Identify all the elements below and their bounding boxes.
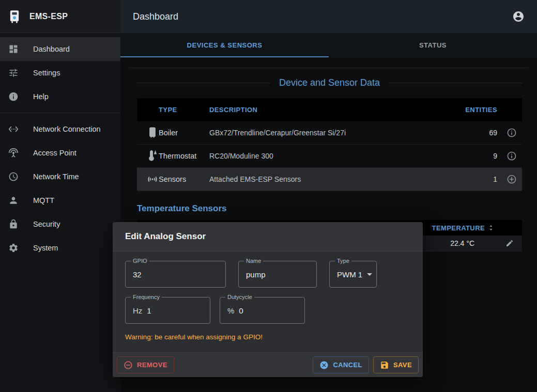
- gear-icon: [8, 243, 19, 253]
- thermostat-icon: [137, 150, 159, 162]
- remove-button[interactable]: REMOVE: [117, 356, 174, 373]
- save-floppy-icon: [380, 360, 389, 370]
- info-circle-icon[interactable]: [499, 151, 522, 161]
- sidebar-item-dashboard[interactable]: Dashboard: [0, 37, 120, 61]
- boiler-icon: [137, 127, 159, 139]
- tune-icon: [8, 68, 19, 78]
- antenna-icon: [8, 148, 19, 158]
- ethernet-icon: [8, 124, 19, 134]
- account-icon[interactable]: [512, 10, 525, 23]
- save-button[interactable]: SAVE: [373, 356, 419, 373]
- ems-esp-logo-icon: [7, 9, 22, 24]
- temperature-sensors-heading: Temperature Sensors: [137, 203, 227, 214]
- edit-pencil-icon[interactable]: [505, 239, 514, 247]
- dialog-footer: REMOVE CANCEL SAVE: [113, 352, 423, 377]
- gpio-field[interactable]: GPIO 32: [125, 261, 226, 288]
- frequency-field-label: Frequency: [131, 294, 162, 301]
- dutycycle-field-label: Dutycycle: [225, 294, 254, 301]
- table-row-sensors[interactable]: Sensors Attached EMS-ESP Sensors 1: [137, 168, 522, 191]
- type-select-label: Type: [335, 258, 351, 264]
- section-title: Device and Sensor Data: [270, 77, 389, 88]
- dialog-body: GPIO 32 Name pump Type PWM 1 Frequency H…: [113, 252, 423, 352]
- device-table: TYPE DESCRIPTION ENTITIES Boiler GBx72/T…: [137, 98, 522, 191]
- gpio-field-value: 32: [133, 270, 142, 279]
- sensors-icon: [137, 173, 159, 185]
- gpio-warning-text: Warning: be careful when assigning a GPI…: [125, 333, 263, 341]
- brand-title: EMS-ESP: [29, 12, 68, 21]
- type-select-value: PWM 1: [337, 270, 362, 279]
- sidebar-item-system[interactable]: System: [0, 236, 120, 260]
- add-circle-icon[interactable]: [499, 174, 522, 184]
- sidebar-header: EMS-ESP: [0, 0, 120, 33]
- person-icon: [8, 195, 19, 206]
- dashboard-icon: [8, 44, 19, 54]
- section-title-row: Device and Sensor Data: [137, 75, 522, 90]
- tab-status[interactable]: STATUS: [329, 33, 537, 57]
- sidebar-item-network-connection[interactable]: Network Connection: [0, 117, 120, 141]
- name-field[interactable]: Name pump: [238, 261, 317, 288]
- temperature-column-header: TEMPERATURE: [432, 224, 485, 232]
- remove-circle-icon: [124, 360, 133, 370]
- frequency-field-value: 1: [147, 306, 151, 315]
- tab-bar: DEVICES & SENSORS STATUS: [120, 33, 537, 57]
- dutycycle-field-value: 0: [239, 306, 243, 315]
- app-bar: Dashboard: [120, 0, 537, 33]
- edit-analog-sensor-dialog: Edit Analog Sensor GPIO 32 Name pump Typ…: [113, 222, 423, 377]
- frequency-unit-prefix: Hz: [133, 306, 142, 315]
- sidebar-item-security[interactable]: Security: [0, 212, 120, 236]
- lock-icon: [8, 219, 19, 229]
- cancel-circle-icon: [319, 360, 329, 370]
- dutycycle-field[interactable]: Dutycycle % 0: [220, 297, 305, 324]
- chevron-down-icon: [367, 273, 372, 276]
- clock-icon: [8, 171, 19, 182]
- sidebar-item-help[interactable]: Help: [0, 85, 120, 108]
- frequency-field[interactable]: Frequency Hz 1: [125, 297, 210, 324]
- sidebar: EMS-ESP Dashboard Settings Help Network …: [0, 0, 120, 392]
- type-select[interactable]: Type PWM 1: [329, 261, 377, 288]
- sidebar-divider: [0, 113, 120, 113]
- cancel-button[interactable]: CANCEL: [313, 356, 369, 373]
- sort-icon: [487, 224, 495, 232]
- page-title: Dashboard: [133, 11, 178, 22]
- sidebar-item-settings[interactable]: Settings: [0, 61, 120, 85]
- name-field-label: Name: [244, 258, 263, 264]
- table-row-thermostat[interactable]: Thermostat RC20/Moduline 300 9: [137, 145, 522, 168]
- info-icon: [8, 91, 19, 102]
- sidebar-item-mqtt[interactable]: MQTT: [0, 189, 120, 212]
- dutycycle-unit-prefix: %: [227, 306, 234, 315]
- sidebar-nav: Dashboard Settings Help Network Connecti…: [0, 33, 120, 260]
- gpio-field-label: GPIO: [131, 258, 149, 264]
- name-field-value: pump: [246, 270, 266, 279]
- tab-devices-sensors[interactable]: DEVICES & SENSORS: [120, 33, 329, 57]
- section-top-divider: [129, 68, 529, 68]
- sidebar-item-access-point[interactable]: Access Point: [0, 141, 120, 165]
- table-row-boiler[interactable]: Boiler GBx72/Trendline/Cerapur/Greenstar…: [137, 121, 522, 145]
- dialog-header: Edit Analog Sensor: [113, 222, 423, 252]
- dialog-title: Edit Analog Sensor: [125, 231, 206, 242]
- device-table-header: TYPE DESCRIPTION ENTITIES: [137, 98, 522, 121]
- info-circle-icon[interactable]: [499, 128, 522, 138]
- sidebar-item-network-time[interactable]: Network Time: [0, 165, 120, 189]
